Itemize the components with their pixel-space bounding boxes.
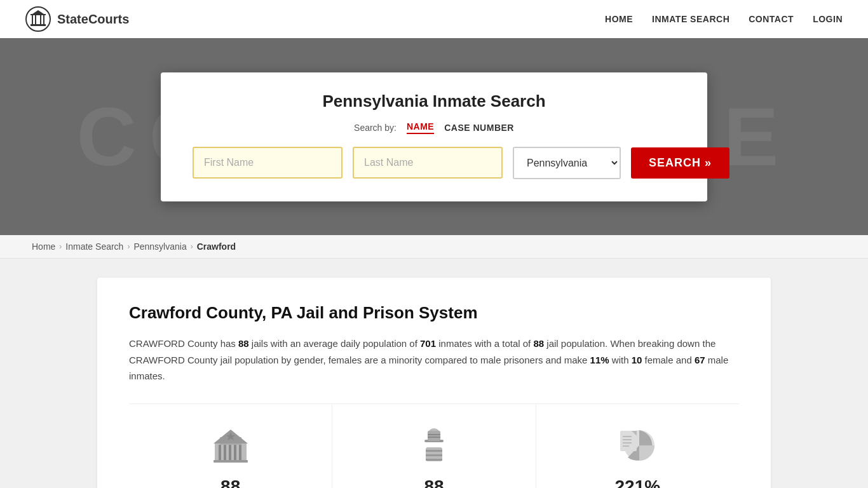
tab-name[interactable]: NAME [407, 121, 434, 134]
svg-rect-20 [428, 431, 440, 441]
svg-rect-28 [620, 431, 637, 451]
desc-text-6: female and [642, 355, 695, 365]
tab-case-number[interactable]: CASE NUMBER [444, 123, 514, 133]
desc-text-2: jails with an average daily population o… [249, 338, 420, 349]
logo[interactable]: StateCourts [25, 6, 129, 32]
svg-rect-14 [229, 445, 231, 461]
breadcrumb-state[interactable]: Pennsylvania [133, 241, 186, 252]
svg-rect-24 [426, 450, 442, 452]
county-title: Crawford County, PA Jail and Prison Syst… [129, 303, 739, 323]
header: StateCourts HOME INMATE SEARCH CONTACT L… [0, 0, 868, 38]
nav-login[interactable]: LOGIN [813, 14, 843, 24]
svg-rect-33 [623, 445, 629, 447]
breadcrumb-current: Crawford [197, 241, 236, 252]
breadcrumb-sep-3: › [191, 242, 193, 251]
svg-rect-7 [31, 14, 46, 15]
search-by-row: Search by: NAME CASE NUMBER [193, 121, 675, 134]
svg-rect-32 [623, 442, 632, 444]
breadcrumb-inmate-search[interactable]: Inmate Search [65, 241, 123, 252]
desc-text-3: inmates with a total of [436, 338, 533, 349]
svg-rect-22 [428, 437, 440, 438]
svg-rect-4 [40, 15, 41, 24]
svg-rect-13 [224, 445, 226, 461]
search-card: Pennsylvania Inmate Search Search by: NA… [161, 72, 707, 201]
county-description: CRAWFORD County has 88 jails with an ave… [129, 336, 739, 384]
nav-contact[interactable]: CONTACT [749, 14, 794, 24]
breadcrumb: Home › Inmate Search › Pennsylvania › Cr… [32, 241, 836, 252]
stats-row: 88 Jails [129, 403, 739, 489]
jails-count-inline: 88 [238, 338, 249, 349]
female-pct-inline: 11% [590, 355, 609, 365]
hero-section: COURTHOUSE Pennsylvania Inmate Search Se… [0, 38, 868, 235]
search-by-label: Search by: [354, 123, 397, 133]
breadcrumb-sep-1: › [59, 242, 62, 251]
svg-rect-12 [219, 445, 221, 461]
logo-text: StateCourts [57, 12, 129, 27]
jails-icon [208, 423, 253, 468]
jail-rate-icon [615, 423, 660, 468]
search-button[interactable]: SEARCH » [631, 147, 729, 179]
svg-rect-15 [234, 445, 236, 461]
last-name-input[interactable] [353, 147, 503, 179]
svg-rect-31 [623, 439, 632, 440]
desc-text-5: with [609, 355, 632, 365]
prisoners-number: 88 [424, 477, 444, 489]
main-content: Crawford County, PA Jail and Prison Syst… [65, 259, 803, 488]
male-count-inline: 67 [695, 355, 705, 365]
svg-rect-1 [31, 24, 46, 26]
stat-jails: 88 Jails [129, 404, 332, 489]
state-select[interactable]: Pennsylvania AlabamaAlaskaArizona Arkans… [513, 147, 621, 179]
content-card: Crawford County, PA Jail and Prison Syst… [97, 278, 771, 488]
search-card-title: Pennsylvania Inmate Search [193, 92, 675, 111]
desc-text-1: CRAWFORD County has [129, 338, 238, 349]
breadcrumb-home[interactable]: Home [32, 241, 55, 252]
female-count-inline: 10 [632, 355, 642, 365]
svg-rect-3 [35, 15, 36, 24]
jails-number: 88 [220, 477, 240, 489]
search-fields: Pennsylvania AlabamaAlaskaArizona Arkans… [193, 147, 675, 179]
nav-inmate-search[interactable]: INMATE SEARCH [652, 14, 729, 24]
svg-rect-5 [43, 15, 44, 24]
logo-icon [25, 6, 51, 32]
prisoners-icon [412, 423, 456, 468]
total-jail-inline: 88 [533, 338, 544, 349]
stat-jail-rate: 221% Jail Rate [536, 404, 739, 489]
svg-rect-30 [623, 436, 632, 437]
breadcrumb-bar: Home › Inmate Search › Pennsylvania › Cr… [0, 235, 868, 259]
nav-home[interactable]: HOME [605, 14, 633, 24]
svg-rect-26 [426, 459, 442, 461]
svg-rect-2 [32, 15, 33, 24]
svg-rect-16 [239, 445, 241, 461]
stat-prisoners: 88 Prisoners [332, 404, 536, 489]
jail-rate-number: 221% [615, 477, 661, 489]
svg-rect-25 [426, 454, 442, 456]
avg-population-inline: 701 [420, 338, 436, 349]
svg-rect-17 [214, 460, 248, 463]
svg-rect-21 [428, 434, 440, 435]
first-name-input[interactable] [193, 147, 342, 179]
breadcrumb-sep-2: › [127, 242, 130, 251]
main-nav: HOME INMATE SEARCH CONTACT LOGIN [605, 13, 843, 25]
